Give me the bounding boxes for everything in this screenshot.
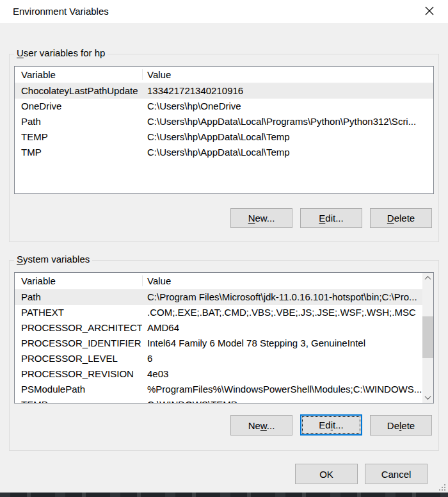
system-edit-button[interactable]: Edit... bbox=[300, 414, 362, 436]
system-variables-table: Variable Value Path C:\Program Files\Mic… bbox=[14, 272, 434, 403]
column-header-variable: Variable bbox=[15, 67, 142, 83]
table-row[interactable]: PATHEXT .COM;.EXE;.BAT;.CMD;.VBS;.VBE;.J… bbox=[15, 305, 422, 320]
column-header-value: Value bbox=[142, 67, 433, 83]
close-button[interactable] bbox=[416, 0, 443, 23]
cancel-button[interactable]: Cancel bbox=[365, 464, 428, 484]
table-row[interactable]: PROCESSOR_REVISION 4e03 bbox=[15, 366, 422, 382]
table-row[interactable]: Path C:\Users\hp\AppData\Local\Programs\… bbox=[15, 114, 433, 129]
table-row[interactable]: OneDrive C:\Users\hp\OneDrive bbox=[15, 99, 433, 114]
system-table-header: Variable Value bbox=[15, 273, 422, 289]
system-delete-button[interactable]: Delete bbox=[370, 415, 432, 436]
scrollbar-thumb[interactable] bbox=[422, 316, 433, 358]
column-header-value: Value bbox=[142, 273, 422, 289]
table-row[interactable]: TEMP C:\WINDOWS\TEMP bbox=[15, 397, 422, 403]
close-icon bbox=[425, 6, 434, 17]
dialog-title: Environment Variables bbox=[13, 6, 109, 17]
user-table-body: ChocolateyLastPathUpdate 133421721340210… bbox=[15, 83, 433, 193]
user-variables-group-label: User variables for hp bbox=[14, 47, 108, 58]
titlebar: Environment Variables bbox=[0, 0, 448, 23]
chevron-down-icon bbox=[425, 393, 431, 400]
user-delete-button[interactable]: Delete bbox=[370, 208, 432, 228]
background-window-strip bbox=[0, 493, 448, 497]
system-variables-group-label: System variables bbox=[14, 254, 92, 265]
table-row[interactable]: ChocolateyLastPathUpdate 133421721340210… bbox=[15, 83, 433, 99]
system-new-button[interactable]: New... bbox=[230, 415, 292, 436]
user-edit-button[interactable]: Edit... bbox=[300, 208, 362, 228]
system-table-body: Path C:\Program Files\Microsoft\jdk-11.0… bbox=[15, 289, 422, 403]
table-row[interactable]: PSModulePath %ProgramFiles%\WindowsPower… bbox=[15, 382, 422, 397]
user-table-header: Variable Value bbox=[15, 67, 433, 83]
system-table-scrollbar[interactable] bbox=[422, 273, 433, 403]
ok-button[interactable]: OK bbox=[295, 464, 358, 484]
table-row[interactable]: TMP C:\Users\hp\AppData\Local\Temp bbox=[15, 145, 433, 160]
table-row[interactable]: PROCESSOR_ARCHITECTU... AMD64 bbox=[15, 320, 422, 336]
user-variables-table: Variable Value ChocolateyLastPathUpdate … bbox=[14, 66, 434, 194]
scroll-down-button[interactable] bbox=[422, 392, 433, 403]
table-row[interactable]: TEMP C:\Users\hp\AppData\Local\Temp bbox=[15, 129, 433, 145]
table-row[interactable]: PROCESSOR_IDENTIFIER Intel64 Family 6 Mo… bbox=[15, 336, 422, 351]
chevron-up-icon bbox=[425, 276, 431, 282]
resize-grip-icon[interactable] bbox=[444, 489, 445, 491]
column-header-variable: Variable bbox=[15, 273, 142, 289]
user-new-button[interactable]: New... bbox=[230, 208, 292, 228]
table-row[interactable]: PROCESSOR_LEVEL 6 bbox=[15, 351, 422, 366]
table-row[interactable]: Path C:\Program Files\Microsoft\jdk-11.0… bbox=[15, 289, 422, 305]
scroll-up-button[interactable] bbox=[422, 273, 433, 284]
